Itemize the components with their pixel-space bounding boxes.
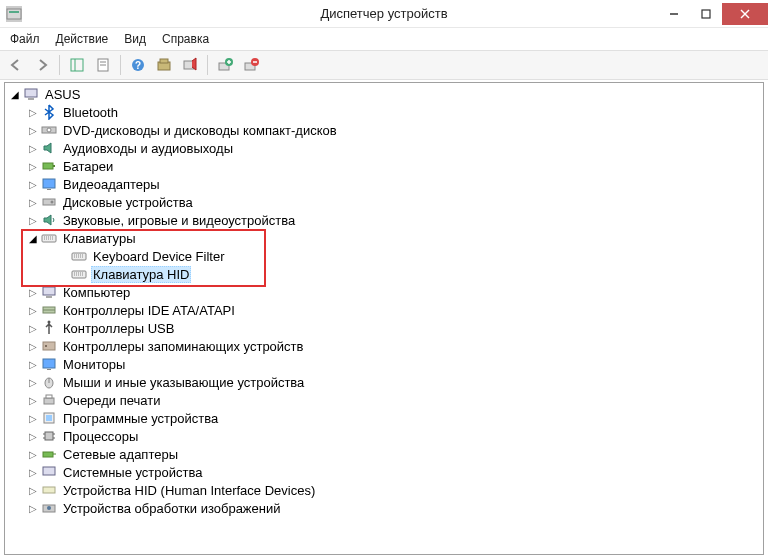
node-label: Процессоры [61,429,140,444]
toolbar-separator [120,55,121,75]
device-tree[interactable]: ◢ ASUS ▷ Bluetooth ▷ DVD-дисководы и дис… [7,85,761,517]
tree-node-system-devices[interactable]: ▷ Системные устройства [7,463,761,481]
menu-action[interactable]: Действие [48,30,117,48]
uninstall-button[interactable] [213,53,237,77]
tree-node-hid[interactable]: ▷ Устройства HID (Human Interface Device… [7,481,761,499]
expand-icon[interactable]: ▷ [27,106,39,118]
help-button[interactable]: ? [126,53,150,77]
node-label: Программные устройства [61,411,220,426]
svg-rect-26 [53,165,55,167]
back-button[interactable] [4,53,28,77]
node-label: Keyboard Device Filter [91,249,227,264]
audio-icon [41,140,57,156]
expand-icon[interactable]: ▷ [27,214,39,226]
show-hide-tree-button[interactable] [65,53,89,77]
svg-rect-41 [46,296,52,298]
node-label: Мыши и иные указывающие устройства [61,375,306,390]
disable-button[interactable] [178,53,202,77]
tree-node-network-adapters[interactable]: ▷ Сетевые адаптеры [7,445,761,463]
expand-icon[interactable]: ▷ [27,178,39,190]
tree-node-ide-controllers[interactable]: ▷ Контроллеры IDE ATA/ATAPI [7,301,761,319]
maximize-button[interactable] [690,3,722,25]
tree-node-imaging[interactable]: ▷ Устройства обработки изображений [7,499,761,517]
monitor-icon [41,356,57,372]
svg-rect-48 [47,369,51,370]
minimize-button[interactable] [658,3,690,25]
tree-node-disk-drives[interactable]: ▷ Дисковые устройства [7,193,761,211]
update-driver-button[interactable] [152,53,176,77]
keyboard-icon [71,266,87,282]
tree-node-computer[interactable]: ▷ Компьютер [7,283,761,301]
expand-icon[interactable]: ▷ [27,376,39,388]
spacer [57,268,69,280]
tree-node-bluetooth[interactable]: ▷ Bluetooth [7,103,761,121]
expand-icon[interactable]: ▷ [27,484,39,496]
tree-node-processors[interactable]: ▷ Процессоры [7,427,761,445]
tree-node-storage-controllers[interactable]: ▷ Контроллеры запоминающих устройств [7,337,761,355]
tree-node-sound-video-game[interactable]: ▷ Звуковые, игровые и видеоустройства [7,211,761,229]
svg-point-44 [48,321,51,324]
toolbar: ? [0,50,768,80]
expand-icon[interactable]: ▷ [27,502,39,514]
svg-rect-21 [25,89,37,97]
expand-icon[interactable]: ▷ [27,124,39,136]
expand-icon[interactable]: ▷ [27,340,39,352]
expand-icon[interactable]: ▷ [27,358,39,370]
node-label: Батареи [61,159,115,174]
tree-node-keyboard-filter[interactable]: Keyboard Device Filter [7,247,761,265]
expand-icon[interactable]: ▷ [27,466,39,478]
system-icon [41,464,57,480]
tree-root[interactable]: ◢ ASUS [7,85,761,103]
keyboard-icon [71,248,87,264]
expand-icon[interactable]: ▷ [27,412,39,424]
node-label: Устройства HID (Human Interface Devices) [61,483,317,498]
expand-icon[interactable]: ▷ [27,286,39,298]
expand-icon[interactable]: ▷ [27,142,39,154]
disc-drive-icon [41,122,57,138]
usb-icon [41,320,57,336]
svg-rect-52 [46,395,52,398]
tree-node-keyboards[interactable]: ◢ Клавиатуры [7,229,761,247]
node-label: Сетевые адаптеры [61,447,180,462]
tree-node-print-queues[interactable]: ▷ Очереди печати [7,391,761,409]
tree-node-usb-controllers[interactable]: ▷ Контроллеры USB [7,319,761,337]
expand-icon[interactable]: ▷ [27,448,39,460]
scan-hardware-button[interactable] [239,53,263,77]
expand-icon[interactable]: ▷ [27,322,39,334]
expand-icon[interactable]: ▷ [27,160,39,172]
spacer [57,250,69,262]
forward-button[interactable] [30,53,54,77]
tree-node-hid-keyboard[interactable]: Клавиатура HID [7,265,761,283]
expand-icon[interactable]: ▷ [27,394,39,406]
node-label: Bluetooth [61,105,120,120]
expand-icon[interactable]: ▷ [27,196,39,208]
node-label: Компьютер [61,285,132,300]
node-label: ASUS [43,87,82,102]
tree-node-mice[interactable]: ▷ Мыши и иные указывающие устройства [7,373,761,391]
toolbar-separator [207,55,208,75]
close-button[interactable] [722,3,768,25]
tree-node-audio-io[interactable]: ▷ Аудиовходы и аудиовыходы [7,139,761,157]
menu-file[interactable]: Файл [2,30,48,48]
node-label: Звуковые, игровые и видеоустройства [61,213,297,228]
mouse-icon [41,374,57,390]
tree-node-batteries[interactable]: ▷ Батареи [7,157,761,175]
content-area[interactable]: ◢ ASUS ▷ Bluetooth ▷ DVD-дисководы и дис… [4,82,764,555]
svg-rect-14 [160,59,168,63]
tree-node-dvd[interactable]: ▷ DVD-дисководы и дисководы компакт-диск… [7,121,761,139]
tree-node-monitors[interactable]: ▷ Мониторы [7,355,761,373]
node-label: Клавиатура HID [91,266,191,283]
expand-icon[interactable]: ▷ [27,304,39,316]
svg-rect-1 [9,11,19,13]
expand-icon[interactable]: ▷ [27,430,39,442]
node-label: Мониторы [61,357,127,372]
battery-icon [41,158,57,174]
collapse-icon[interactable]: ◢ [9,88,21,100]
tree-node-video-adapters[interactable]: ▷ Видеоадаптеры [7,175,761,193]
menu-help[interactable]: Справка [154,30,217,48]
properties-button[interactable] [91,53,115,77]
node-label: Очереди печати [61,393,163,408]
tree-node-software-devices[interactable]: ▷ Программные устройства [7,409,761,427]
collapse-icon[interactable]: ◢ [27,232,39,244]
menu-view[interactable]: Вид [116,30,154,48]
